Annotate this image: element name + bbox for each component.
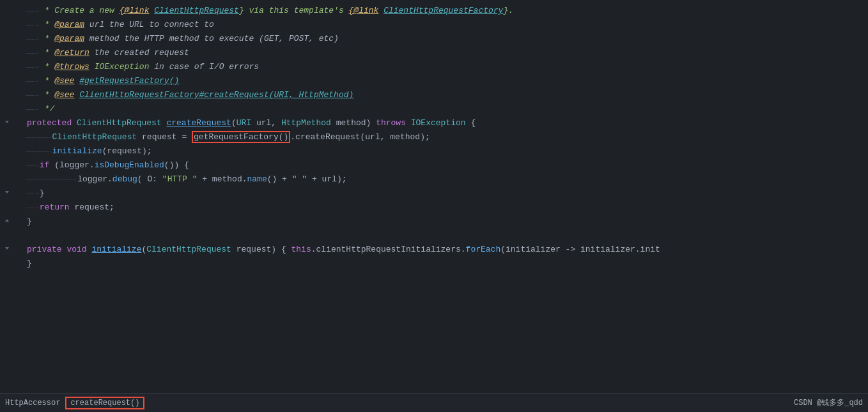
code-line: } bbox=[0, 257, 868, 271]
code-line: protected ClientHttpRequest createReques… bbox=[0, 116, 868, 130]
fold-icon[interactable] bbox=[3, 116, 12, 130]
indent-arrows: ——→——→ bbox=[26, 144, 51, 158]
code-content: * @throws IOException in case of I/O err… bbox=[38, 60, 868, 74]
code-token-plain: ( O: bbox=[137, 174, 162, 184]
code-token-method-def: initialize bbox=[91, 245, 141, 254]
code-token-italic-gray: the created request bbox=[89, 48, 189, 57]
code-content: if (logger.isDebugEnabled()) { bbox=[38, 158, 868, 172]
code-content: * @see #getRequestFactory() bbox=[38, 74, 868, 88]
code-token-keyword: return bbox=[40, 202, 75, 212]
status-item-2[interactable]: createRequest() bbox=[65, 397, 144, 409]
code-token-keyword: void bbox=[66, 245, 91, 254]
indent-arrows: ——→ bbox=[26, 102, 38, 116]
code-token-type: ClientHttpRequest bbox=[77, 118, 166, 128]
code-token-comment: * bbox=[40, 48, 54, 57]
code-token-plain: request = bbox=[137, 132, 192, 142]
code-line: ——→ * @throws IOException in case of I/O… bbox=[0, 60, 868, 74]
code-content: * @see ClientHttpRequestFactory#createRe… bbox=[38, 88, 868, 102]
code-token-tag: @param bbox=[54, 20, 84, 29]
code-line: ——→ * @return the created request bbox=[0, 46, 868, 60]
status-left: HttpAccessor createRequest() bbox=[5, 397, 144, 409]
code-token-type: IOException bbox=[411, 118, 466, 128]
code-token-method: debug bbox=[112, 174, 137, 184]
code-token-comment: * bbox=[40, 62, 54, 72]
svg-marker-2 bbox=[5, 219, 9, 222]
code-content: */ bbox=[38, 102, 868, 116]
code-token-string: "HTTP " bbox=[162, 174, 198, 184]
code-line: ——→if (logger.isDebugEnabled()) { bbox=[0, 158, 868, 172]
code-token-keyword: this bbox=[291, 245, 311, 254]
code-token-keyword: protected bbox=[27, 118, 77, 128]
status-item-1[interactable]: HttpAccessor bbox=[5, 399, 60, 408]
code-line: ——→——→——→——→logger.debug( O: "HTTP " + m… bbox=[0, 172, 868, 187]
code-token-keyword: private bbox=[27, 245, 66, 254]
code-content: private void initialize(ClientHttpReques… bbox=[26, 243, 868, 257]
code-token-plain: + method. bbox=[197, 174, 247, 184]
code-token-italic-gray: in case of I/O errors bbox=[149, 62, 259, 72]
indent-arrows: ——→ bbox=[26, 32, 38, 46]
code-line: ——→ * @see #getRequestFactory() bbox=[0, 74, 868, 88]
code-token-tag: @see bbox=[54, 90, 74, 100]
code-token-plain: (initializer -> initializer.init bbox=[500, 245, 660, 254]
code-content: logger.debug( O: "HTTP " + method.name()… bbox=[76, 172, 868, 187]
code-token-comment bbox=[378, 6, 384, 15]
highlighted-method: getRequestFactory() bbox=[192, 131, 290, 143]
line-gutter bbox=[0, 243, 26, 257]
code-line: ——→——→initialize(request); bbox=[0, 144, 868, 158]
fold-icon[interactable] bbox=[3, 187, 12, 201]
indent-arrows: ——→ bbox=[26, 201, 38, 215]
code-token-link: ClientHttpRequestFactory bbox=[384, 6, 503, 15]
code-token-tag: @see bbox=[54, 76, 74, 86]
code-line: ——→ * Create a new {@link ClientHttpRequ… bbox=[0, 4, 868, 18]
code-line: ——→ */ bbox=[0, 102, 868, 116]
code-token-comment: }. bbox=[503, 6, 513, 15]
code-token-plain: ()) { bbox=[164, 160, 189, 170]
indent-arrows: ——→ bbox=[26, 60, 38, 74]
code-token-plain: .createRequest(url, method); bbox=[290, 132, 430, 142]
code-token-tag: @throws bbox=[54, 62, 89, 72]
code-content: * @param method the HTTP method to execu… bbox=[38, 32, 868, 46]
code-token-plain: } bbox=[27, 259, 32, 268]
code-token-tag: {@link bbox=[120, 6, 150, 15]
code-line: ——→ * @see ClientHttpRequestFactory#crea… bbox=[0, 88, 868, 102]
code-token-tag: @return bbox=[54, 48, 89, 57]
code-line: ——→return request; bbox=[0, 201, 868, 215]
code-token-comment: * bbox=[40, 20, 54, 29]
svg-marker-0 bbox=[5, 121, 9, 123]
indent-arrows: ——→ bbox=[26, 74, 38, 88]
indent-arrows: ——→——→ bbox=[26, 130, 51, 144]
code-token-string: " " bbox=[292, 174, 307, 184]
code-token-italic-gray: url the URL to connect to bbox=[84, 20, 214, 29]
code-token-plain: { bbox=[466, 118, 476, 128]
code-content: } bbox=[26, 257, 868, 271]
code-token-plain: (logger. bbox=[54, 160, 94, 170]
line-gutter bbox=[0, 215, 26, 229]
code-content: * @return the created request bbox=[38, 46, 868, 60]
code-token-method: forEach bbox=[466, 245, 501, 254]
fold-icon[interactable] bbox=[3, 243, 12, 257]
svg-marker-1 bbox=[5, 191, 9, 194]
code-token-method: initialize bbox=[52, 146, 102, 156]
code-token-comment bbox=[89, 62, 95, 72]
code-token-plain: logger. bbox=[77, 174, 112, 184]
code-content: protected ClientHttpRequest createReques… bbox=[26, 116, 868, 130]
code-content: ClientHttpRequest request = getRequestFa… bbox=[51, 130, 868, 144]
indent-arrows: ——→ bbox=[26, 187, 38, 201]
code-line: private void initialize(ClientHttpReques… bbox=[0, 243, 868, 257]
indent-arrows: ——→ bbox=[26, 158, 38, 172]
code-token-comment: * bbox=[40, 76, 54, 86]
code-token-tag: {@link bbox=[349, 6, 379, 15]
code-token-keyword: throws bbox=[376, 118, 411, 128]
code-token-plain: + url); bbox=[307, 174, 346, 184]
code-line: ——→ * @param method the HTTP method to e… bbox=[0, 32, 868, 46]
code-token-tag: @param bbox=[54, 34, 84, 43]
code-token-comment: } via this template's bbox=[239, 6, 349, 15]
code-content: return request; bbox=[38, 201, 868, 215]
code-token-plain: (request); bbox=[102, 146, 152, 156]
code-token-plain: } bbox=[27, 217, 32, 226]
line-gutter bbox=[0, 116, 26, 130]
code-editor: ——→ * Create a new {@link ClientHttpRequ… bbox=[0, 0, 868, 393]
code-token-type: ClientHttpRequest bbox=[52, 132, 137, 142]
indent-arrows: ——→ bbox=[26, 46, 38, 60]
fold-icon[interactable] bbox=[3, 215, 12, 229]
